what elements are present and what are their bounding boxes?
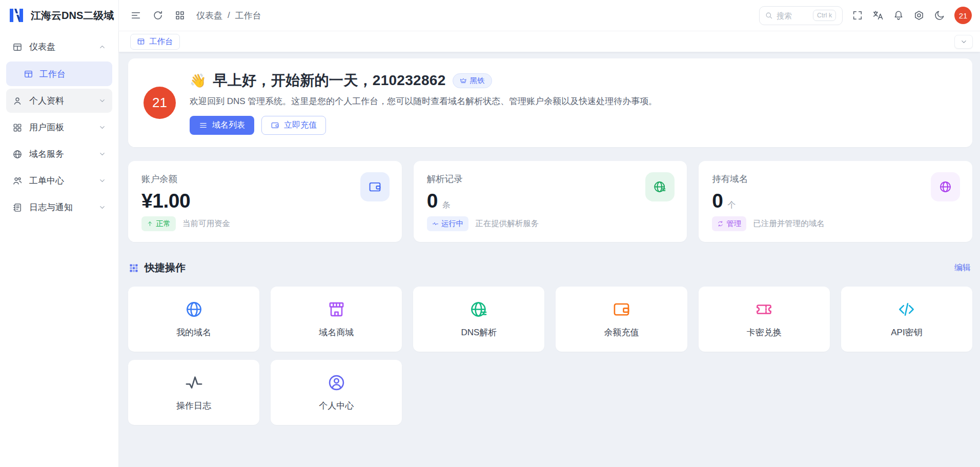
chevron-down-icon [98, 124, 106, 131]
settings-icon[interactable] [913, 10, 925, 21]
chevron-down-icon [98, 204, 106, 211]
status-badge-label: 正常 [156, 219, 171, 229]
quick-action-card[interactable]: 卡密兑换 [699, 287, 830, 352]
sidebar-menu: 仪表盘工作台个人资料用户面板域名服务工单中心日志与通知 [0, 31, 118, 224]
sidebar-item[interactable]: 域名服务 [6, 142, 112, 166]
sidebar-item-label: 域名服务 [29, 148, 64, 160]
chevron-down-icon [960, 38, 968, 46]
sidebar: 江海云DNS二级域 仪表盘工作台个人资料用户面板域名服务工单中心日志与通知 [0, 0, 119, 467]
dashboard-icon [137, 37, 145, 46]
sidebar-item[interactable]: 工单中心 [6, 169, 112, 193]
fullscreen-icon[interactable] [852, 10, 863, 21]
sync-icon [717, 220, 724, 227]
apps-icon[interactable] [174, 10, 186, 21]
sidebar-item[interactable]: 个人资料 [6, 89, 112, 113]
user-circle-icon [327, 373, 346, 392]
logo-row: 江海云DNS二级域 [0, 0, 118, 31]
breadcrumb-parent[interactable]: 仪表盘 [196, 10, 222, 22]
menu-fold-icon[interactable] [130, 10, 141, 21]
sidebar-subitem[interactable]: 工作台 [6, 62, 112, 86]
quick-action-card[interactable]: 域名商城 [271, 287, 402, 352]
grid-dots-icon [129, 263, 139, 273]
globe-icon [185, 300, 203, 319]
recharge-button[interactable]: 立即充值 [261, 116, 326, 135]
status-badge: 运行中 [427, 216, 469, 231]
stat-card: 解析记录0条运行中正在提供解析服务 [414, 161, 687, 242]
moon-icon[interactable] [934, 10, 945, 21]
quick-action-label: 个人中心 [319, 400, 354, 412]
quick-action-card[interactable]: DNS解析 [413, 287, 544, 352]
quick-action-card[interactable]: API密钥 [841, 287, 972, 352]
refresh-icon[interactable] [152, 10, 164, 21]
stat-value-row: 0个 [712, 190, 959, 212]
sidebar-item-label: 用户面板 [29, 121, 64, 133]
quick-action-card[interactable]: 个人中心 [271, 360, 402, 425]
app-title: 江海云DNS二级域 [31, 9, 114, 23]
app-root: 江海云DNS二级域 仪表盘工作台个人资料用户面板域名服务工单中心日志与通知 仪表… [0, 0, 980, 467]
stat-description: 正在提供解析服务 [475, 218, 539, 229]
stats-row: 账户余额¥1.00正常当前可用资金解析记录0条运行中正在提供解析服务持有域名0个… [128, 161, 972, 242]
sidebar-item-label: 个人资料 [29, 95, 64, 107]
quick-actions-title: 快捷操作 [145, 261, 186, 275]
topbar: 仪表盘 / 工作台 Ctrl k 21 [119, 0, 980, 31]
edit-link[interactable]: 编辑 [954, 262, 971, 273]
tabbar-collapse-button[interactable] [954, 35, 973, 49]
chevron-down-icon [98, 150, 106, 158]
quick-actions-title-wrap: 快捷操作 [129, 261, 186, 275]
arrow-up-icon [147, 220, 153, 227]
breadcrumb-separator: / [228, 10, 230, 21]
stat-label: 解析记录 [427, 173, 674, 185]
search-input[interactable] [777, 11, 809, 20]
quick-action-card[interactable]: 操作日志 [128, 360, 259, 425]
chevron-down-icon [98, 97, 106, 105]
stat-value: ¥1.00 [141, 190, 190, 212]
search-icon [765, 11, 773, 19]
dashboard-icon [24, 69, 33, 79]
sidebar-item[interactable]: 仪表盘 [6, 35, 112, 59]
stat-description: 当前可用资金 [182, 218, 230, 229]
globe-icon [12, 149, 23, 159]
domain-list-button[interactable]: 域名列表 [190, 116, 254, 135]
stat-unit: 个 [728, 200, 736, 211]
globe-dns-icon [469, 300, 488, 319]
quick-action-card[interactable]: 我的域名 [128, 287, 259, 352]
ticket-icon [754, 300, 773, 319]
sidebar-item-label: 仪表盘 [29, 41, 55, 53]
quick-actions-header: 快捷操作 编辑 [129, 261, 971, 275]
wave-emoji: 👋 [190, 73, 206, 89]
quick-action-label: API密钥 [891, 327, 922, 338]
code-icon [897, 300, 916, 319]
search-box[interactable]: Ctrl k [759, 6, 843, 25]
welcome-title: 早上好，开始新的一天，210232862 [213, 71, 445, 90]
welcome-buttons: 域名列表立即充值 [190, 116, 657, 135]
wallet-icon [271, 121, 279, 130]
status-badge: 正常 [141, 216, 176, 231]
store-icon [327, 300, 346, 319]
sidebar-item[interactable]: 日志与通知 [6, 195, 112, 219]
stat-footer: 运行中正在提供解析服务 [427, 216, 539, 231]
grid2-icon [12, 123, 23, 133]
list-icon [199, 121, 208, 130]
breadcrumb-current[interactable]: 工作台 [235, 10, 261, 22]
breadcrumb: 仪表盘 / 工作台 [196, 10, 261, 22]
stat-value: 0 [427, 190, 438, 212]
chevron-down-icon [98, 177, 106, 185]
crown-icon [460, 77, 467, 84]
stat-value-row: ¥1.00 [141, 190, 389, 212]
status-badge: 管理 [712, 216, 746, 231]
status-badge-label: 管理 [726, 219, 741, 229]
globe-icon [938, 180, 952, 194]
tab-workbench[interactable]: 工作台 [130, 34, 180, 50]
sidebar-item[interactable]: 用户面板 [6, 115, 112, 139]
button-label: 域名列表 [212, 120, 245, 131]
stat-label: 账户余额 [141, 173, 389, 185]
stat-footer: 正常当前可用资金 [141, 216, 230, 231]
bell-icon[interactable] [893, 10, 904, 21]
main-column: 仪表盘 / 工作台 Ctrl k 21 [119, 0, 980, 467]
quick-action-card[interactable]: 余额充值 [556, 287, 687, 352]
dashboard-icon [12, 42, 23, 52]
topbar-right: Ctrl k 21 [759, 6, 972, 25]
translate-icon[interactable] [872, 10, 884, 21]
quick-actions-grid: 我的域名域名商城DNS解析余额充值卡密兑换API密钥操作日志个人中心 [128, 287, 972, 425]
user-avatar[interactable]: 21 [954, 7, 972, 24]
